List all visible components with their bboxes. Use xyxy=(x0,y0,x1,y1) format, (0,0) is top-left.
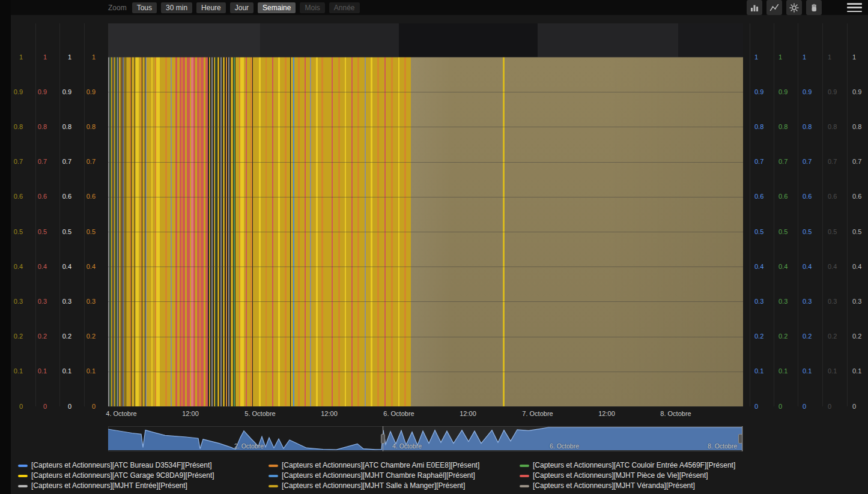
line-chart-glyph xyxy=(769,3,779,13)
left-y-axis-0: 10.90.80.70.60.50.40.30.20.10 xyxy=(4,23,23,406)
legend-swatch xyxy=(18,485,28,487)
y-gridline xyxy=(108,57,743,58)
legend-item-mjht-v-randa[interactable]: [Capteurs et Actionneurs][MJHT Véranda][… xyxy=(520,482,859,490)
axis-tick-label: 0.8 xyxy=(52,123,71,131)
axis-tick-label: 0.3 xyxy=(778,298,798,306)
left-y-axis-1: 10.90.80.70.60.50.40.30.20.10 xyxy=(28,23,47,406)
axis-tick-label: 0.7 xyxy=(803,158,822,166)
legend-item-atc-chambre-ami-e0ee8[interactable]: [Capteurs et Actionneurs][ATC Chambre Am… xyxy=(269,462,520,469)
range-button-ann-e: Année xyxy=(329,2,360,13)
axis-tick-label: 0.5 xyxy=(76,228,96,236)
range-button-jour[interactable]: Jour xyxy=(230,2,253,13)
xaxis-label: 12:00 xyxy=(460,410,476,417)
chart-tool-icons xyxy=(747,0,822,15)
legend-item-atc-bureau-d3534f[interactable]: [Capteurs et Actionneurs][ATC Bureau D35… xyxy=(18,462,269,469)
right-y-axis-3: 10.90.80.70.60.50.40.30.20.10 xyxy=(828,23,847,406)
axis-tick-label: 0.4 xyxy=(4,263,23,271)
axis-tick-label: 0.5 xyxy=(28,228,47,236)
axis-tick-label: 0.8 xyxy=(754,123,774,131)
legend: [Capteurs et Actionneurs][ATC Bureau D35… xyxy=(18,462,859,490)
axis-tick-label: 0.2 xyxy=(4,333,23,340)
axis-tick-label: 0.4 xyxy=(28,263,47,271)
axis-tick-label: 0 xyxy=(778,403,798,411)
axis-tick-label: 0.6 xyxy=(828,193,847,200)
axis-tick-label: 0.4 xyxy=(52,263,71,271)
legend-label: [Capteurs et Actionneurs][MJHT Véranda][… xyxy=(533,482,695,490)
axis-tick-label: 1 xyxy=(852,53,868,61)
hamburger-bar xyxy=(847,3,862,5)
axis-tick-label: 0.3 xyxy=(803,298,822,306)
axis-tick-label: 0.6 xyxy=(754,193,774,200)
axis-line xyxy=(774,23,774,406)
legend-item-mjht-chambre-rapha-l[interactable]: [Capteurs et Actionneurs][MJHT Chambre R… xyxy=(269,472,520,480)
hamburger-menu-icon[interactable] xyxy=(847,3,862,12)
axis-tick-label: 0.9 xyxy=(76,88,96,96)
axis-tick-label: 1 xyxy=(754,53,774,61)
right-y-axis-4: 10.90.80.70.60.50.40.30.20.10 xyxy=(852,23,868,406)
right-y-axis-2: 10.90.80.70.60.50.40.30.20.10 xyxy=(803,23,822,406)
xaxis-labels: 4. Octobre12:005. Octobre12:006. Octobre… xyxy=(108,410,743,418)
column-chart-icon[interactable] xyxy=(747,0,762,15)
gridlines-layer xyxy=(108,23,743,406)
axis-tick-label: 0.1 xyxy=(52,367,71,375)
legend-item-mjht-entr-e[interactable]: [Capteurs et Actionneurs][MJHT Entrée][P… xyxy=(18,482,269,490)
axis-tick-label: 0.2 xyxy=(852,333,868,340)
axis-tick-label: 0.5 xyxy=(852,228,868,236)
axis-tick-label: 0.1 xyxy=(76,367,96,375)
y-gridline xyxy=(108,406,743,407)
y-gridline xyxy=(108,372,743,372)
plot-area[interactable] xyxy=(108,23,743,406)
axis-tick-label: 0.3 xyxy=(828,298,847,306)
axis-tick-label: 0.9 xyxy=(4,88,23,96)
right-y-axis-0: 10.90.80.70.60.50.40.30.20.10 xyxy=(754,23,774,406)
range-button-tous[interactable]: Tous xyxy=(132,2,157,13)
axis-tick-label: 1 xyxy=(52,53,71,61)
range-button-semaine[interactable]: Semaine xyxy=(258,2,296,13)
legend-item-atc-couloir-entr-e-a4569f[interactable]: [Capteurs et Actionneurs][ATC Couloir En… xyxy=(520,462,859,469)
axis-tick-label: 0.7 xyxy=(52,158,71,166)
range-selector-buttons: Tous30 minHeureJourSemaineMoisAnnée xyxy=(132,2,360,13)
axis-tick-label: 0.1 xyxy=(754,367,774,375)
axis-tick-label: 0.3 xyxy=(754,298,774,306)
legend-swatch xyxy=(269,475,278,477)
axis-tick-label: 1 xyxy=(803,53,822,61)
range-button-30-min[interactable]: 30 min xyxy=(161,2,192,13)
range-button-heure[interactable]: Heure xyxy=(196,2,226,13)
axis-tick-label: 0.8 xyxy=(803,123,822,131)
navigator-handle-left[interactable] xyxy=(381,434,385,444)
axis-tick-label: 0.7 xyxy=(852,158,868,166)
axis-tick-label: 0 xyxy=(803,403,822,411)
axis-tick-label: 0.4 xyxy=(778,263,798,271)
brightness-icon[interactable] xyxy=(786,0,802,15)
axis-tick-label: 0.9 xyxy=(828,88,847,96)
axis-tick-label: 0.6 xyxy=(52,193,71,200)
axis-tick-label: 0.2 xyxy=(828,333,847,340)
legend-item-mjht-salle-manger[interactable]: [Capteurs et Actionneurs][MJHT Salle à M… xyxy=(269,482,520,490)
line-chart-icon[interactable] xyxy=(766,0,782,15)
axis-tick-label: 0.7 xyxy=(778,158,798,166)
axis-tick-label: 0.8 xyxy=(778,123,798,131)
navigator-handle-right[interactable] xyxy=(738,434,742,444)
axis-line xyxy=(750,23,750,406)
axis-tick-label: 0.4 xyxy=(803,263,822,271)
xaxis-label: 12:00 xyxy=(598,410,615,417)
pan-hand-icon[interactable] xyxy=(806,0,822,15)
axis-tick-label: 0 xyxy=(852,403,868,411)
navigator[interactable]: 2. Octobre4. Octobre6. Octobre8. Octobre xyxy=(108,426,743,451)
legend-item-mjht-pi-ce-de-vie[interactable]: [Capteurs et Actionneurs][MJHT Pièce de … xyxy=(520,472,859,480)
right-y-axis-1: 10.90.80.70.60.50.40.30.20.10 xyxy=(778,23,798,406)
legend-label: [Capteurs et Actionneurs][ATC Chambre Am… xyxy=(282,462,479,469)
axis-tick-label: 0.3 xyxy=(76,298,96,306)
axis-tick-label: 0.8 xyxy=(852,123,868,131)
range-selector: Zoom Tous30 minHeureJourSemaineMoisAnnée xyxy=(108,2,360,13)
axis-tick-label: 0.7 xyxy=(28,158,47,166)
axis-tick-label: 0.4 xyxy=(852,263,868,271)
xaxis-label: 5. Octobre xyxy=(244,410,275,417)
left-y-axis-2: 10.90.80.70.60.50.40.30.20.10 xyxy=(52,23,71,406)
axis-tick-label: 1 xyxy=(4,53,23,61)
legend-swatch xyxy=(520,475,529,477)
axis-line xyxy=(798,23,798,406)
legend-label: [Capteurs et Actionneurs][ATC Couloir En… xyxy=(533,462,735,469)
legend-item-atc-garage-9c8da9[interactable]: [Capteurs et Actionneurs][ATC Garage 9C8… xyxy=(18,472,269,480)
axis-tick-label: 0.4 xyxy=(754,263,774,271)
